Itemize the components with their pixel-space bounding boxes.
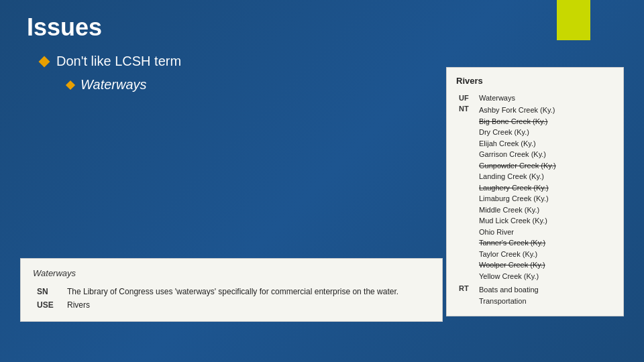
rt-list: Boats and boating Transportation xyxy=(479,284,611,306)
rivers-rt-row: RT Boats and boating Transportation xyxy=(456,283,614,308)
nt-item-3: Elijah Creek (Ky.) xyxy=(479,138,611,149)
waterways-card: Waterways SN The Library of Congress use… xyxy=(20,258,443,322)
nt-item-1: Big Bone Creek (Ky.) xyxy=(479,116,611,127)
nt-item-7: Laughery Creek (Ky.) xyxy=(479,182,611,194)
rivers-rt-values: Boats and boating Transportation xyxy=(476,283,614,308)
rivers-table: UF Waterways NT Ashby Fork Creek (Ky.) B… xyxy=(456,93,614,308)
waterways-sn-label: SN xyxy=(33,285,63,298)
bullet-2: Waterways xyxy=(67,77,181,93)
nt-item-10: Mud Lick Creek (Ky.) xyxy=(479,215,611,227)
nt-item-4: Garrison Creek (Ky.) xyxy=(479,149,611,160)
bullet-1: Don't like LCSH term xyxy=(40,54,181,69)
waterways-sn-value: The Library of Congress uses 'waterways'… xyxy=(63,285,430,298)
bullet-2-text: Waterways xyxy=(80,77,147,93)
waterways-row-use: USE Rivers xyxy=(33,298,430,312)
slide: Issues Don't like LCSH term Waterways Wa… xyxy=(0,0,644,362)
nt-item-5: Gunpowder Creek (Ky.) xyxy=(479,160,611,172)
rivers-uf-label: UF xyxy=(456,93,476,103)
rivers-uf-row: UF Waterways xyxy=(456,93,614,103)
waterways-row-sn: SN The Library of Congress uses 'waterwa… xyxy=(33,285,430,298)
nt-item-11: Ohio River xyxy=(479,227,611,238)
rt-item-0: Boats and boating xyxy=(479,284,611,296)
nt-item-9: Middle Creek (Ky.) xyxy=(479,204,611,216)
bullets-area: Don't like LCSH term Waterways xyxy=(40,54,181,98)
waterways-card-title: Waterways xyxy=(33,268,430,278)
nt-list: Ashby Fork Creek (Ky.) Big Bone Creek (K… xyxy=(479,105,611,282)
nt-item-6: Landing Creek (Ky.) xyxy=(479,171,611,182)
nt-item-15: Yellow Creek (Ky.) xyxy=(479,271,611,282)
accent-bar xyxy=(557,0,590,40)
waterways-use-label: USE xyxy=(33,298,63,312)
page-title: Issues xyxy=(27,13,102,42)
rivers-rt-label: RT xyxy=(456,283,476,308)
rivers-nt-row: NT Ashby Fork Creek (Ky.) Big Bone Creek… xyxy=(456,103,614,283)
nt-item-14: Woolper Creek (Ky.) xyxy=(479,259,611,271)
title-area: Issues xyxy=(27,13,102,42)
bullet-1-text: Don't like LCSH term xyxy=(56,54,181,69)
rivers-nt-values: Ashby Fork Creek (Ky.) Big Bone Creek (K… xyxy=(476,103,614,283)
rivers-card: Rivers UF Waterways NT Ashby Fork Creek … xyxy=(446,67,624,316)
rivers-card-title: Rivers xyxy=(456,76,614,86)
rt-item-1: Transportation xyxy=(479,296,611,307)
rivers-nt-label: NT xyxy=(456,103,476,283)
bullet-diamond-1 xyxy=(39,56,50,67)
bullet-diamond-2 xyxy=(66,80,75,89)
waterways-table: SN The Library of Congress uses 'waterwa… xyxy=(33,285,430,312)
nt-item-12: Tanner's Creek (Ky.) xyxy=(479,237,611,249)
nt-item-8: Limaburg Creek (Ky.) xyxy=(479,193,611,204)
nt-item-0: Ashby Fork Creek (Ky.) xyxy=(479,105,611,116)
nt-item-2: Dry Creek (Ky.) xyxy=(479,127,611,138)
nt-item-13: Taylor Creek (Ky.) xyxy=(479,249,611,260)
rivers-uf-value: Waterways xyxy=(476,93,614,103)
waterways-use-value: Rivers xyxy=(63,298,430,312)
